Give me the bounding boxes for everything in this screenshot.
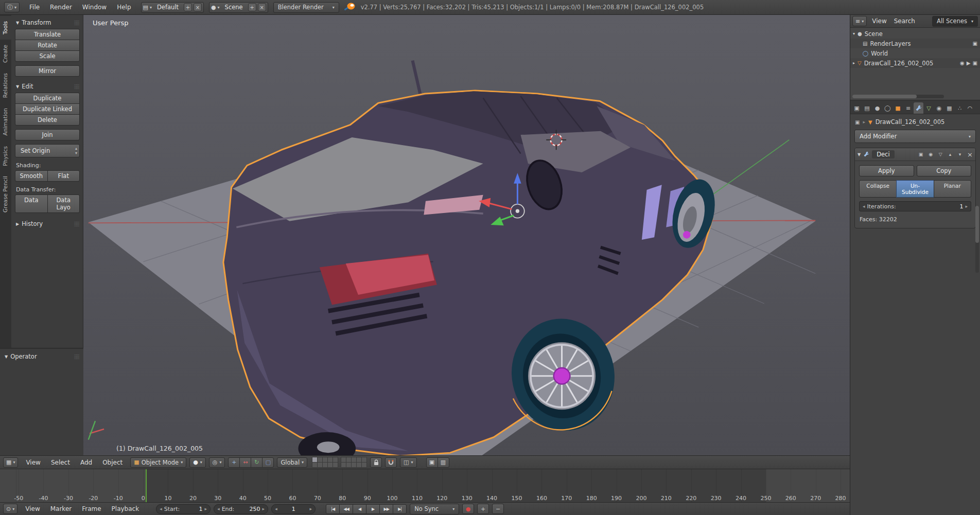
editor-type-outliner-button[interactable]: ≡ ▾ [852,16,867,26]
viewport-shading-dropdown[interactable]: ● ▾ [189,457,206,468]
apply-button[interactable]: Apply [859,165,914,176]
tab-physics[interactable]: ◠ [965,102,975,114]
edit-button[interactable]: Duplicate Linked [15,103,80,115]
toolshelf-tab[interactable]: Animation [0,103,11,141]
transform-button[interactable]: Translate [15,29,80,40]
jump-to-start-button[interactable]: |◀ [326,504,340,514]
shading-button[interactable]: Smooth [15,170,48,182]
tab-scene[interactable]: ● [872,102,882,114]
tab-particles[interactable]: ∴ [955,102,965,114]
menu-item[interactable]: Select [46,457,75,468]
collapse-triangle-icon[interactable]: ▼ [857,152,861,157]
outliner-row-scene[interactable]: ▾ ● Scene [850,29,980,39]
record-button[interactable]: ● [462,504,474,514]
lock-toggle[interactable] [370,457,382,468]
menu-item[interactable]: Marker [46,504,76,514]
next-keyframe-button[interactable]: ▶▶ [379,504,393,514]
scale-toggle[interactable]: ▢ [262,457,274,468]
tab-object[interactable]: ■ [893,102,903,114]
delete-layout-button[interactable]: × [194,3,202,11]
menu-item[interactable]: Window [78,2,111,12]
menu-item[interactable]: Render [45,2,77,12]
set-origin-dropdown[interactable]: Set Origin ▴▾ [15,144,80,157]
play-button[interactable]: ▶ [366,504,380,514]
add-layout-button[interactable]: + [184,3,192,11]
jump-to-end-button[interactable]: ▶| [393,504,407,514]
menu-item[interactable]: Search [891,16,918,26]
opengl-render-still-button[interactable]: ▣ [426,457,438,468]
mode-dropdown[interactable]: ■ Object Mode ▾ [130,457,186,468]
tab-material[interactable]: ◉ [934,102,944,114]
editor-type-3dview-button[interactable]: ▦ ▾ [3,457,18,468]
menu-item[interactable]: Frame [77,504,106,514]
outliner-scrollbar[interactable] [852,95,944,98]
tab-constraints[interactable]: ≡ [903,102,913,114]
opengl-render-anim-button[interactable]: ▥ [437,457,449,468]
menu-item[interactable]: Playback [107,504,144,514]
keying-set-add-button[interactable]: + [477,504,489,514]
copy-button[interactable]: Copy [917,165,972,176]
transform-button[interactable]: Scale [15,50,80,62]
menu-item[interactable]: Object [98,457,127,468]
menu-item[interactable]: View [869,16,889,26]
start-frame-field[interactable]: ◂ Start: 1 ▸ [156,504,211,514]
expand-triangle-icon[interactable]: ▾ [853,31,855,36]
menu-item[interactable]: Help [112,2,135,12]
viewport-canvas[interactable] [83,15,850,455]
move-down-icon[interactable]: ▾ [956,152,964,157]
expand-triangle-icon[interactable]: ▸ [853,61,855,65]
unsubdivide-mode-button[interactable]: Un-Subdivide [896,180,934,198]
sync-dropdown[interactable]: No Sync ▾ [410,504,459,514]
transform-button[interactable]: Rotate [15,40,80,51]
delete-scene-button[interactable]: × [258,3,266,11]
screen-layout-selector[interactable]: ▤ ▾ Default + × [141,2,204,13]
scrollbar-thumb[interactable] [975,206,979,243]
panel-header-operator[interactable]: ▼ Operator ⣿⣿ [4,350,80,363]
selectability-pointer-icon[interactable]: ▶ [967,60,971,66]
join-button[interactable]: Join [15,129,80,140]
tab-world[interactable]: ◯ [883,102,892,114]
layer-toggle[interactable] [332,462,338,468]
scene-selector[interactable]: ● ▾ Scene + × [209,2,268,13]
visibility-eye-icon[interactable]: ◉ [960,60,965,66]
add-modifier-dropdown[interactable]: Add Modifier ▾ [854,130,976,143]
end-frame-field[interactable]: ◂ End: 250 ▸ [214,504,268,514]
orientation-dropdown[interactable]: Global ▾ [277,457,307,468]
panel-header-transform[interactable]: ▼ Transform ⣿⣿ [15,16,80,29]
toolshelf-tab[interactable]: Relations [0,68,11,103]
tab-texture[interactable]: ▦ [944,102,954,114]
menu-item[interactable]: View [21,457,45,468]
snap-element-dropdown[interactable]: ◫ ▾ [400,457,416,468]
editor-type-info-button[interactable]: ⓘ ▾ [4,2,20,12]
renderability-camera-icon[interactable]: ▣ [973,60,977,66]
outliner-row-object[interactable]: ▸ ▽ DrawCall_126_002_005 ◉ ▶ ▣ [850,58,980,68]
toolshelf-tab[interactable]: Tools [0,16,11,40]
rotate-toggle[interactable]: ↻ [251,457,262,468]
toolshelf-tab[interactable]: Grease Pencil [0,171,11,218]
collapse-mode-button[interactable]: Collapse [859,180,897,198]
mirror-button[interactable]: Mirror [15,65,80,77]
toolshelf-tab[interactable]: Physics [0,141,11,171]
close-icon[interactable]: × [967,151,973,158]
viewport-3d[interactable]: User Persp (1) DrawCall_126_002_005 [83,15,850,455]
editmode-visibility-icon[interactable]: ▽ [937,152,944,157]
planar-mode-button[interactable]: Planar [934,180,971,198]
tab-render-layers[interactable]: ▤ [862,102,872,114]
viewport-visibility-icon[interactable]: ◉ [927,152,934,157]
move-up-icon[interactable]: ▴ [947,152,954,157]
tab-render[interactable]: ▣ [852,102,862,114]
panel-header-history[interactable]: ▶ History ⣿⣿ [15,217,80,230]
properties-scrollbar[interactable] [975,206,979,273]
play-reverse-button[interactable]: ◀ [353,504,366,514]
pivot-dropdown[interactable]: ◎ ▾ [209,457,225,468]
render-engine-dropdown[interactable]: Blender Render ▾ [273,2,339,13]
prev-keyframe-button[interactable]: ◀◀ [339,504,353,514]
scenes-filter-dropdown[interactable]: All Scenes ▾ [932,16,978,27]
editor-type-timeline-button[interactable]: ⊙ ▾ [3,504,18,514]
menu-item[interactable]: File [25,2,44,12]
data-transfer-button[interactable]: Data Layo [47,194,80,213]
snap-toggle[interactable] [385,457,397,468]
toolshelf-tab[interactable]: Create [0,40,11,68]
edit-button[interactable]: Duplicate [15,93,80,104]
tab-modifiers[interactable] [914,102,923,114]
